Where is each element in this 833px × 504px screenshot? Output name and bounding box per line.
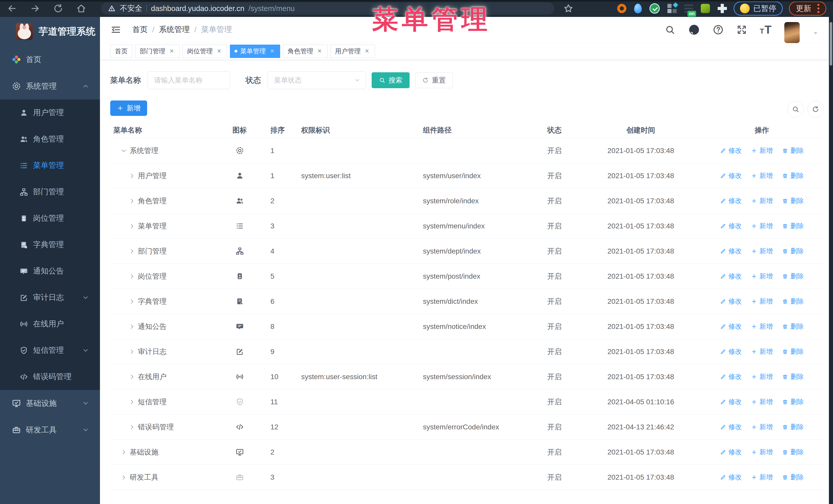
sidebar-item-3[interactable]: 角色管理 [0, 126, 100, 152]
delete-link[interactable]: 删除 [782, 247, 804, 256]
tab-close-icon[interactable]: × [316, 48, 323, 55]
sidebar-item-9[interactable]: 审计日志 [0, 284, 100, 311]
add-child-link[interactable]: 新增 [751, 398, 773, 406]
extension-grid-icon[interactable] [667, 4, 677, 13]
expand-caret-icon[interactable] [129, 349, 135, 355]
add-child-link[interactable]: 新增 [751, 247, 773, 256]
sidebar-item-11[interactable]: 短信管理 [0, 337, 100, 363]
sidebar-item-6[interactable]: 岗位管理 [0, 205, 100, 232]
delete-link[interactable]: 删除 [782, 322, 804, 331]
tab-0[interactable]: 首页 [110, 45, 132, 58]
edit-link[interactable]: 修改 [720, 448, 742, 457]
sidebar-item-5[interactable]: 部门管理 [0, 179, 100, 205]
search-button[interactable]: 搜索 [372, 72, 410, 88]
fullscreen-icon[interactable] [736, 24, 747, 35]
add-child-link[interactable]: 新增 [751, 423, 773, 431]
browser-menu-icon[interactable] [817, 4, 819, 13]
sidebar-item-2[interactable]: 用户管理 [0, 99, 100, 126]
menu-name-input[interactable] [148, 71, 230, 89]
edit-link[interactable]: 修改 [720, 322, 742, 331]
add-child-link[interactable]: 新增 [751, 297, 773, 306]
tab-close-icon[interactable]: × [269, 48, 276, 55]
edit-link[interactable]: 修改 [720, 146, 742, 155]
expand-caret-icon[interactable] [129, 248, 135, 255]
edit-link[interactable]: 修改 [720, 372, 742, 381]
avatar-caret-down-icon[interactable] [812, 30, 819, 36]
add-child-link[interactable]: 新增 [751, 171, 773, 180]
sidebar-item-14[interactable]: 研发工具 [0, 416, 100, 443]
profile-paused-badge[interactable]: 已暂停 [734, 1, 783, 16]
expand-caret-icon[interactable] [120, 474, 127, 481]
delete-link[interactable]: 删除 [782, 146, 804, 155]
delete-link[interactable]: 删除 [782, 372, 804, 381]
sidebar-item-8[interactable]: 通知公告 [0, 258, 100, 284]
sidebar-item-0[interactable]: 首页 [0, 46, 100, 73]
reset-button[interactable]: 重置 [415, 72, 453, 88]
delete-link[interactable]: 删除 [782, 473, 804, 482]
sidebar-logo[interactable]: 芋道管理系统 [0, 17, 100, 46]
edit-link[interactable]: 修改 [720, 423, 742, 431]
help-icon[interactable] [713, 24, 723, 35]
add-child-link[interactable]: 新增 [751, 146, 773, 155]
edit-link[interactable]: 修改 [720, 398, 742, 406]
sidebar-item-7[interactable]: 字典管理 [0, 232, 100, 258]
forward-icon[interactable] [30, 3, 41, 14]
delete-link[interactable]: 删除 [782, 272, 804, 281]
extension-check-icon[interactable] [649, 3, 660, 14]
edit-link[interactable]: 修改 [720, 297, 742, 306]
extension-drop-icon[interactable] [634, 4, 642, 13]
tab-1[interactable]: 部门管理× [135, 45, 180, 58]
delete-link[interactable]: 删除 [782, 423, 804, 431]
delete-link[interactable]: 删除 [782, 196, 804, 205]
edit-link[interactable]: 修改 [720, 171, 742, 180]
expand-caret-icon[interactable] [120, 449, 127, 456]
tab-2[interactable]: 岗位管理× [183, 45, 227, 58]
sidebar-item-1[interactable]: 系统管理 [0, 73, 100, 99]
expand-caret-icon[interactable] [129, 273, 135, 280]
add-child-link[interactable]: 新增 [751, 347, 773, 356]
edit-link[interactable]: 修改 [720, 247, 742, 256]
tab-close-icon[interactable]: × [216, 48, 222, 55]
sidebar-item-10[interactable]: 在线用户 [0, 311, 100, 337]
delete-link[interactable]: 删除 [782, 398, 804, 406]
tab-3[interactable]: 菜单管理× [230, 45, 280, 58]
breadcrumb-item[interactable]: 系统管理 [159, 24, 190, 35]
add-button[interactable]: 新增 [110, 100, 147, 116]
add-child-link[interactable]: 新增 [751, 322, 773, 331]
breadcrumb-item[interactable]: 首页 [132, 24, 148, 35]
collapse-caret-icon[interactable] [120, 147, 127, 154]
header-search-icon[interactable] [665, 24, 675, 35]
browser-update-button[interactable]: 更新 [789, 1, 826, 16]
sidebar-item-13[interactable]: 基础设施 [0, 390, 100, 416]
sidebar-item-12[interactable]: 错误码管理 [0, 363, 100, 390]
delete-link[interactable]: 删除 [782, 221, 804, 231]
expand-caret-icon[interactable] [129, 323, 135, 330]
add-child-link[interactable]: 新增 [751, 372, 773, 381]
status-select[interactable]: 菜单状态 [268, 71, 366, 89]
delete-link[interactable]: 删除 [782, 448, 804, 457]
extensions-puzzle-icon[interactable] [718, 4, 727, 13]
tab-close-icon[interactable]: × [364, 48, 371, 55]
expand-caret-icon[interactable] [129, 374, 135, 380]
extension-on-badge-icon[interactable] [684, 4, 693, 13]
add-child-link[interactable]: 新增 [751, 272, 773, 281]
delete-link[interactable]: 删除 [782, 297, 804, 306]
edit-link[interactable]: 修改 [720, 272, 742, 281]
expand-caret-icon[interactable] [129, 223, 135, 230]
add-child-link[interactable]: 新增 [751, 473, 773, 482]
font-size-icon[interactable]: TT [760, 23, 771, 36]
reload-icon[interactable] [53, 3, 64, 14]
github-icon[interactable] [688, 24, 700, 35]
tab-4[interactable]: 角色管理× [283, 45, 328, 58]
edit-link[interactable]: 修改 [720, 473, 742, 482]
scrollbar-thumb[interactable] [830, 22, 832, 66]
home-icon[interactable] [76, 3, 87, 14]
edit-link[interactable]: 修改 [720, 347, 742, 356]
scrollbar[interactable] [829, 17, 833, 504]
add-child-link[interactable]: 新增 [751, 196, 773, 205]
tab-5[interactable]: 用户管理× [330, 45, 375, 58]
refresh-table-button[interactable] [807, 101, 824, 117]
edit-link[interactable]: 修改 [720, 221, 742, 231]
toggle-search-button[interactable] [787, 101, 804, 117]
bookmark-star-icon[interactable] [563, 3, 574, 14]
